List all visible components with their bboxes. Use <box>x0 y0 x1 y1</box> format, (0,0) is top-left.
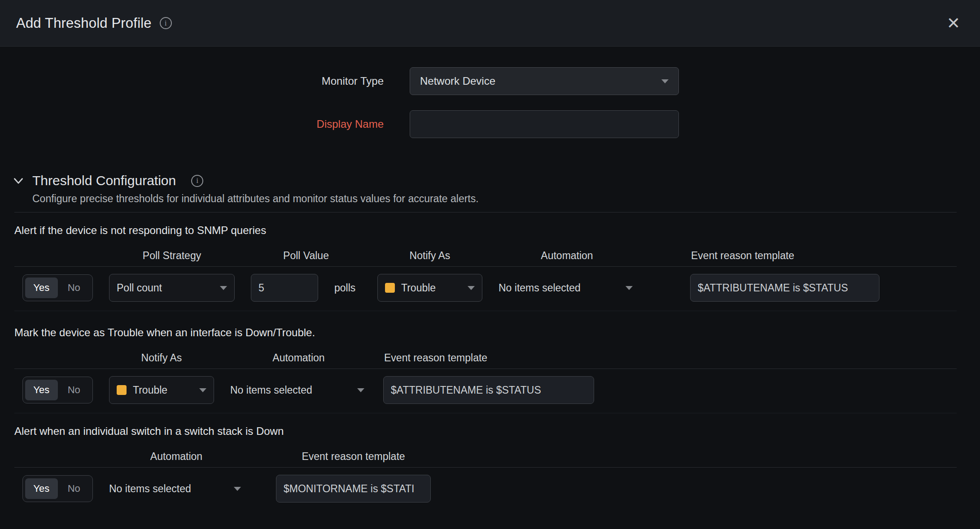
automation-select[interactable]: No items selected <box>499 282 635 294</box>
col-notify-as: Notify As <box>377 250 482 262</box>
yes-option[interactable]: Yes <box>25 478 58 499</box>
interface-rule-header-row: Notify As Automation Event reason templa… <box>0 347 980 369</box>
poll-unit-label: polls <box>334 282 361 294</box>
interface-rule-row: Yes No Trouble No items selected <box>0 369 980 413</box>
snmp-enabled-toggle: Yes No <box>22 274 93 301</box>
event-reason-input[interactable] <box>690 274 879 302</box>
no-option[interactable]: No <box>58 278 91 298</box>
divider <box>14 413 957 413</box>
monitor-type-row: Monitor Type Network Device <box>0 67 980 95</box>
chevron-down-icon <box>661 79 669 83</box>
threshold-configuration-section-header: Threshold Configuration i <box>12 173 980 188</box>
no-option[interactable]: No <box>58 478 91 499</box>
monitor-type-select[interactable]: Network Device <box>410 67 679 95</box>
chevron-down-icon <box>220 286 227 290</box>
col-poll-value: Poll Value <box>251 250 361 262</box>
dialog-header: Add Threshold Profile i ✕ <box>0 0 980 47</box>
col-notify-as: Notify As <box>109 352 214 364</box>
event-reason-input[interactable] <box>383 376 594 404</box>
automation-select[interactable]: No items selected <box>109 483 244 495</box>
trouble-status-swatch-icon <box>117 385 127 395</box>
event-reason-input[interactable] <box>276 475 431 503</box>
divider <box>14 212 957 212</box>
divider <box>14 311 957 311</box>
trouble-status-swatch-icon <box>385 283 395 293</box>
snmp-rule-row: Yes No Poll count polls Trouble No items… <box>0 267 980 311</box>
chevron-down-icon <box>199 388 206 392</box>
dialog-title: Add Threshold Profile <box>16 15 152 31</box>
monitor-type-value: Network Device <box>420 75 495 87</box>
display-name-label: Display Name <box>0 118 384 130</box>
col-automation: Automation <box>499 250 635 262</box>
display-name-input[interactable] <box>410 110 679 138</box>
chevron-down-icon <box>626 286 633 290</box>
col-automation: Automation <box>109 451 244 463</box>
automation-select[interactable]: No items selected <box>230 384 367 396</box>
poll-strategy-select[interactable]: Poll count <box>109 274 235 302</box>
info-icon[interactable]: i <box>160 17 172 29</box>
col-automation: Automation <box>230 352 367 364</box>
col-event-reason: Event reason template <box>383 352 594 364</box>
top-form: Monitor Type Network Device Display Name <box>0 47 980 138</box>
stack-rule-title: Alert when an individual switch in a swi… <box>14 425 980 438</box>
interface-enabled-toggle: Yes No <box>22 377 93 403</box>
interface-rule-title: Mark the device as Trouble when an inter… <box>14 326 980 339</box>
poll-value-input[interactable] <box>251 274 318 302</box>
no-option[interactable]: No <box>58 380 91 400</box>
notify-as-select[interactable]: Trouble <box>377 274 482 302</box>
display-name-row: Display Name <box>0 110 980 138</box>
col-event-reason: Event reason template <box>690 250 879 262</box>
snmp-rule-title: Alert if the device is not responding to… <box>14 224 980 237</box>
notify-as-select[interactable]: Trouble <box>109 376 214 404</box>
chevron-down-icon[interactable] <box>12 174 25 187</box>
section-description: Configure precise thresholds for individ… <box>32 193 980 205</box>
close-icon[interactable]: ✕ <box>943 13 964 33</box>
section-title: Threshold Configuration <box>32 173 176 188</box>
chevron-down-icon <box>468 286 475 290</box>
yes-option[interactable]: Yes <box>25 380 58 400</box>
yes-option[interactable]: Yes <box>25 278 58 298</box>
chevron-down-icon <box>357 388 364 392</box>
chevron-down-icon <box>234 487 241 491</box>
monitor-type-label: Monitor Type <box>0 75 384 87</box>
stack-rule-header-row: Automation Event reason template <box>0 446 980 467</box>
info-icon[interactable]: i <box>191 175 203 187</box>
snmp-rule-header-row: Poll Strategy Poll Value Notify As Autom… <box>0 245 980 266</box>
col-event-reason: Event reason template <box>276 451 431 463</box>
stack-rule-row: Yes No No items selected <box>0 468 980 512</box>
stack-enabled-toggle: Yes No <box>22 475 93 502</box>
col-poll-strategy: Poll Strategy <box>109 250 235 262</box>
